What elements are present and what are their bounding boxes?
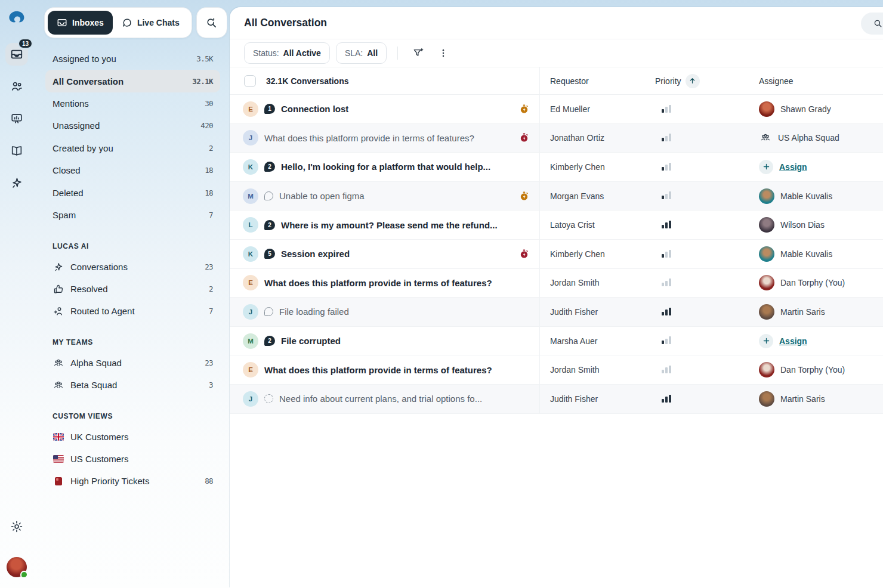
conversation-row[interactable]: J File loading failed Judith Fisher Mart… [230,298,883,327]
requestor-name: Jonathan Ortiz [540,133,645,143]
rail-ai-spark-button[interactable] [5,172,28,194]
user-avatar[interactable] [7,557,27,577]
sidebar-item-count: 23 [205,358,213,367]
priority-indicator [645,95,749,123]
sidebar-item-beta-squad[interactable]: Beta Squad 3 [45,374,220,396]
sidebar-item-resolved[interactable]: Resolved 2 [45,278,220,300]
conversation-cell[interactable]: K 5 Session expired [230,240,540,268]
sidebar-item-closed[interactable]: Closed 18 [45,159,220,181]
sidebar-item-count: 23 [205,262,213,271]
sidebar-item-assigned-to-you[interactable]: Assigned to you 3.5K [45,48,220,70]
chat-bubble-icon [264,307,273,316]
rail-contacts-button[interactable] [5,75,28,98]
conversation-title: Unable to open figma [279,191,365,201]
requestor-initial-avatar: E [243,101,258,117]
rail-settings-button[interactable] [5,515,28,538]
rail-knowledge-base-button[interactable] [5,140,28,162]
sidebar-item-mentions[interactable]: Mentions 30 [45,92,220,114]
sidebar-item-conversations[interactable]: Conversations 23 [45,256,220,278]
rail-reports-button[interactable] [5,107,28,130]
sidebar-item-label: Unassigned [53,120,100,131]
conversation-cell[interactable]: E What does this platform provide in ter… [230,269,540,298]
find-button[interactable]: Find T [861,13,883,35]
conversation-row[interactable]: K 5 Session expired Kimberly Chen Mable … [230,240,883,269]
priority-indicator [645,211,749,239]
sidebar-item-high-priority-tickets[interactable]: High Priority Tickets 88 [45,470,220,492]
sidebar-item-count: 7 [209,211,213,219]
tab-live-chats[interactable]: Live Chats [113,11,189,35]
conversation-row[interactable]: E What does this platform provide in ter… [230,269,883,298]
swirl-logo[interactable] [7,10,26,29]
section-title-lucas-ai: LUCAS AI [53,242,220,250]
sla-timer-icon [519,104,529,114]
conversation-row[interactable]: L 2 Where is my amount? Please send me t… [230,211,883,240]
assign-link[interactable]: Assign [779,162,807,172]
conversation-cell[interactable]: J Need info about current plans, and tri… [230,385,540,413]
assignee-cell[interactable]: Martin Saris [749,391,883,407]
sidebar-item-created-by-you[interactable]: Created by you 2 [45,137,220,159]
conversation-row[interactable]: E 1 Connection lost Ed Mueller Shawn Gra… [230,95,883,124]
add-filter-button[interactable] [409,44,428,63]
sidebar-item-deleted[interactable]: Deleted 18 [45,181,220,203]
sidebar-item-label: Closed [53,165,81,175]
assignee-cell[interactable]: Dan Torphy (You) [749,362,883,377]
assignee-cell[interactable]: Assign [749,334,883,348]
conversation-row[interactable]: E What does this platform provide in ter… [230,355,883,385]
sla-filter[interactable]: SLA: All [336,42,387,64]
table-header-conversations: 32.1K Conversations [230,67,540,94]
column-header-requestor[interactable]: Requestor [540,76,645,86]
main-panel: All Conversation Find T Status: All Acti… [230,7,883,588]
conversation-row[interactable]: J What does this platform provide in ter… [230,124,883,153]
team-icon [53,379,64,391]
assignee-cell[interactable]: Mable Kuvalis [749,188,883,204]
assign-link[interactable]: Assign [779,336,807,346]
tab-inboxes[interactable]: Inboxes [48,11,113,35]
team-icon [53,357,64,369]
conversation-title: Session expired [281,249,350,259]
assignee-cell[interactable]: US Alpha Squad [749,131,883,144]
conversation-cell[interactable]: L 2 Where is my amount? Please send me t… [230,211,540,239]
conversation-row[interactable]: J Need info about current plans, and tri… [230,385,883,414]
assignee-name: Dan Torphy (You) [780,278,845,287]
kebab-menu-icon [438,48,449,58]
conversation-row[interactable]: M 2 File corrupted Marsha Auer Assign [230,327,883,356]
sidebar-item-uk-customers[interactable]: UK Customers [45,426,220,448]
sidebar-item-unassigned[interactable]: Unassigned 420 [45,114,220,137]
sort-ascending-button[interactable] [686,74,700,88]
assignee-cell[interactable]: Wilson Dias [749,217,883,233]
sidebar-item-routed-to-agent[interactable]: Routed to Agent 7 [45,300,220,322]
conversation-title: Need info about current plans, and trial… [279,394,482,404]
conversation-cell[interactable]: J File loading failed [230,298,540,326]
assignee-cell[interactable]: Dan Torphy (You) [749,275,883,290]
requestor-initial-avatar: J [243,304,258,320]
assignee-cell[interactable]: Shawn Grady [749,101,883,117]
conversation-row[interactable]: K 2 Hello, I'm looking for a platform th… [230,153,883,182]
conversation-cell[interactable]: M Unable to open figma [230,182,540,211]
select-all-checkbox[interactable] [244,75,256,87]
column-header-priority[interactable]: Priority [645,74,749,88]
column-header-assignee[interactable]: Assignee [749,76,883,86]
assignee-cell[interactable]: Assign [749,160,883,174]
status-filter[interactable]: Status: All Active [244,42,330,64]
assignee-cell[interactable]: Mable Kuvalis [749,246,883,262]
inbox-icon [57,17,67,28]
conversation-cell[interactable]: K 2 Hello, I'm looking for a platform th… [230,153,540,181]
conversation-cell[interactable]: E What does this platform provide in ter… [230,355,540,384]
plus-icon [759,160,773,174]
assignee-cell[interactable]: Martin Saris [749,304,883,320]
conversation-cell[interactable]: J What does this platform provide in ter… [230,124,540,153]
priority-indicator [645,385,749,413]
rail-inbox-button[interactable]: 13 [5,43,28,66]
conversation-cell[interactable]: E 1 Connection lost [230,95,540,123]
more-options-button[interactable] [434,44,453,63]
conversation-search-button[interactable] [196,7,227,38]
requestor-initial-avatar: J [243,391,258,407]
sidebar-item-us-customers[interactable]: US Customers [45,448,220,470]
sidebar-item-count: 7 [209,307,213,315]
sidebar-item-alpha-squad[interactable]: Alpha Squad 23 [45,352,220,374]
conversation-cell[interactable]: M 2 File corrupted [230,327,540,355]
sidebar-item-count: 420 [200,121,213,130]
sidebar-item-all-conversation[interactable]: All Conversation 32.1K [45,70,220,92]
sidebar-item-spam[interactable]: Spam 7 [45,204,220,226]
conversation-row[interactable]: M Unable to open figma Morgan Evans Mabl… [230,182,883,211]
